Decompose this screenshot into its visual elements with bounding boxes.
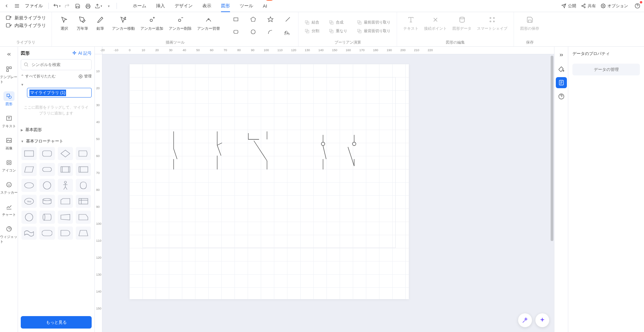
undo-icon[interactable]: ▾ — [52, 1, 61, 10]
manage-library-button[interactable]: 管理 — [79, 74, 92, 79]
help-icon[interactable] — [633, 1, 642, 10]
redo-icon[interactable] — [63, 1, 72, 10]
section-my-library[interactable]: ▼ — [21, 82, 92, 88]
fc-actor[interactable] — [58, 179, 73, 192]
fc-card[interactable] — [58, 195, 73, 208]
export-icon[interactable]: ▾ — [94, 1, 103, 10]
fc-trap2[interactable] — [76, 227, 91, 240]
bool-front-cut[interactable]: 最前面切り取り — [354, 19, 393, 26]
sparkle-button[interactable] — [535, 313, 549, 327]
leftbar-widget[interactable]: ウィジェット — [0, 221, 18, 247]
tool-anchor-move[interactable]: アンカー移動 — [109, 14, 138, 39]
more-icon[interactable]: ▾ — [104, 1, 113, 10]
fc-cylinder-v[interactable] — [39, 211, 55, 224]
more-shapes-button[interactable]: もっと見る — [21, 316, 92, 329]
fc-subroutine[interactable] — [58, 163, 73, 176]
ai-symbol-button[interactable]: AI 記号 — [72, 50, 92, 56]
fc-table[interactable] — [76, 195, 91, 208]
magic-wand-button[interactable] — [518, 313, 532, 327]
edit-smartshape[interactable]: スマートシェイプ — [474, 14, 510, 39]
fc-blob[interactable] — [76, 179, 91, 192]
fc-circle[interactable] — [39, 179, 55, 192]
fc-hex[interactable] — [76, 211, 91, 224]
tool-pencil[interactable]: 鉛筆 — [91, 14, 109, 39]
tab-insert[interactable]: 挿入 — [156, 0, 165, 12]
tab-design[interactable]: デザイン — [175, 0, 193, 12]
edit-text[interactable]: テキスト — [401, 14, 421, 39]
builtin-library-button[interactable]: 内蔵ライブラリ — [3, 22, 48, 29]
fc-stadium[interactable] — [39, 227, 55, 240]
new-library-button[interactable]: 新規ライブラリ — [3, 14, 48, 22]
fc-parallelogram[interactable] — [21, 163, 37, 176]
bool-intersect[interactable]: 重なり — [326, 27, 350, 35]
fc-yes[interactable]: Yes — [21, 195, 37, 208]
share-button[interactable]: 共有 — [581, 3, 596, 9]
section-basic-shapes[interactable]: ▶基本図形 — [21, 126, 92, 134]
tool-select[interactable]: 選択 — [55, 14, 73, 39]
file-menu[interactable]: ファイル — [23, 3, 45, 9]
section-flowchart[interactable]: ▼基本フローチャート — [21, 137, 92, 146]
fc-rect[interactable] — [21, 147, 37, 160]
fc-pill[interactable] — [39, 163, 55, 176]
my-library-name-input[interactable]: マイライブラリ (1) — [27, 88, 92, 98]
bool-divide[interactable]: 分割 — [302, 27, 322, 35]
data-manage-button[interactable]: データの管理 — [572, 64, 640, 75]
edit-shape-data[interactable]: 図形データ — [450, 14, 474, 39]
symbol-search-input[interactable] — [21, 59, 92, 70]
collapse-all-button[interactable]: ⌃ すべて折りたたむ — [21, 74, 56, 79]
shape-rect[interactable] — [229, 14, 243, 25]
collapse-left-icon[interactable] — [4, 49, 14, 60]
options-button[interactable]: オプション — [601, 3, 628, 9]
help-circle-icon[interactable] — [556, 91, 567, 102]
paint-bucket-icon[interactable] — [556, 63, 567, 74]
shape-arc[interactable] — [264, 27, 277, 37]
fc-circle2[interactable] — [21, 211, 37, 224]
tool-pen[interactable]: 万年筆 — [73, 14, 91, 39]
save-icon[interactable] — [73, 1, 82, 10]
shape-line[interactable] — [281, 14, 295, 25]
tool-anchor-toggle[interactable]: アンカー切替 — [194, 14, 223, 39]
fc-wave[interactable] — [21, 227, 37, 240]
tab-shape[interactable]: 図形 — [221, 0, 230, 12]
bool-union[interactable]: 結合 — [302, 19, 322, 26]
tab-view[interactable]: 表示 — [202, 0, 211, 12]
fc-flag[interactable] — [76, 147, 91, 160]
fc-ellipse[interactable] — [21, 179, 37, 192]
publish-button[interactable]: 公開 — [561, 3, 576, 9]
edit-connect-point[interactable]: 接続ポイント — [421, 14, 450, 39]
leftbar-sticker[interactable]: ステッカー — [0, 177, 18, 198]
shape-roundrect[interactable] — [229, 27, 243, 37]
print-icon[interactable] — [83, 1, 92, 10]
expand-right-icon[interactable] — [556, 49, 567, 61]
bool-combine[interactable]: 合成 — [326, 19, 350, 26]
tab-ai[interactable]: AIhot — [263, 0, 267, 12]
canvas-scrollbar[interactable] — [551, 56, 553, 241]
leftbar-icon[interactable]: アイコン — [0, 155, 18, 176]
shape-spiral[interactable] — [281, 27, 295, 37]
tab-tool[interactable]: ツール — [240, 0, 253, 12]
fc-trapezoid[interactable] — [58, 211, 73, 224]
leftbar-chart[interactable]: チャート — [0, 199, 18, 220]
back-icon[interactable] — [2, 1, 11, 10]
fc-cylinder-h[interactable] — [39, 195, 55, 208]
leftbar-templates[interactable]: テンプレート — [0, 62, 18, 87]
canvas-area[interactable]: -20-100102030405060708090100110120130140… — [95, 47, 554, 332]
leftbar-image[interactable]: 画像 — [0, 133, 18, 154]
leftbar-shapes[interactable]: 図形 — [0, 89, 18, 109]
fc-bullet[interactable] — [58, 227, 73, 240]
fc-roundrect[interactable] — [39, 147, 55, 160]
fc-diamond[interactable] — [58, 147, 73, 160]
tool-anchor-delete[interactable]: アンカー削除 — [166, 14, 194, 39]
shape-circle[interactable] — [246, 27, 260, 37]
tool-anchor-add[interactable]: アンカー追加 — [138, 14, 166, 39]
tab-home[interactable]: ホーム — [133, 0, 146, 12]
shape-save[interactable]: 図形の保存 — [517, 14, 542, 39]
data-properties-icon[interactable] — [556, 77, 567, 88]
leftbar-text[interactable]: テキスト — [0, 111, 18, 131]
svg-point-9 — [584, 7, 586, 8]
fc-subroutine2[interactable] — [76, 163, 91, 176]
bool-back-cut[interactable]: 最背面切り取り — [354, 27, 393, 35]
shape-star[interactable] — [264, 14, 277, 25]
hamburger-icon[interactable] — [12, 1, 21, 10]
shape-polygon[interactable] — [246, 14, 260, 25]
